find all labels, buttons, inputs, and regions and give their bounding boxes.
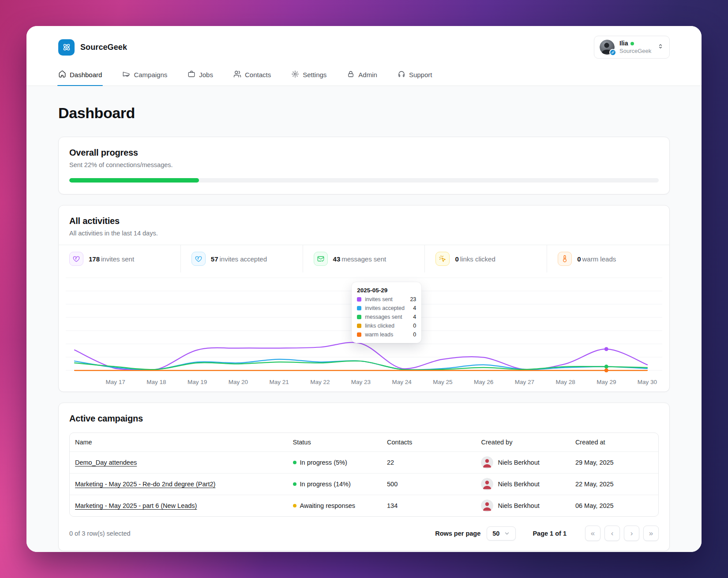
active-campaigns-card: Active campaigns NameStatusContactsCreat… bbox=[58, 403, 670, 551]
overall-progress-title: Overall progress bbox=[69, 148, 659, 158]
heart-handshake-icon bbox=[69, 252, 83, 266]
created-at-cell: 22 May, 2025 bbox=[570, 476, 658, 492]
nav-item-jobs[interactable]: Jobs bbox=[188, 70, 213, 86]
prev-page-button[interactable]: ‹ bbox=[604, 526, 620, 541]
thermometer-icon bbox=[558, 252, 572, 266]
nav-item-settings[interactable]: Settings bbox=[291, 70, 326, 86]
rows-per-page-label: Rows per page bbox=[435, 530, 480, 537]
nav-item-campaigns[interactable]: Campaigns bbox=[122, 70, 167, 86]
page-content: Dashboard Overall progress Sent 22% of c… bbox=[26, 86, 702, 552]
svg-text:May 27: May 27 bbox=[515, 379, 534, 385]
page-indicator: Page 1 of 1 bbox=[533, 530, 567, 537]
stat-text: 43messages sent bbox=[333, 255, 387, 263]
lock-icon bbox=[347, 70, 355, 79]
last-page-button[interactable]: » bbox=[643, 526, 659, 541]
home-icon bbox=[58, 70, 66, 79]
status-cell: In progress (5%) bbox=[288, 455, 382, 470]
app-header: SourceGeek bbox=[26, 26, 702, 86]
headset-icon bbox=[398, 70, 405, 79]
user-menu[interactable]: Ilia SourceGeek bbox=[594, 36, 670, 59]
status-dot bbox=[293, 461, 296, 464]
column-header-status: Status bbox=[288, 433, 382, 451]
users-icon bbox=[233, 70, 241, 79]
first-page-button[interactable]: « bbox=[585, 526, 600, 541]
creator-avatar bbox=[481, 500, 493, 512]
user-org: SourceGeek bbox=[619, 48, 651, 55]
stat-invites-accepted: 57invites accepted bbox=[181, 245, 303, 272]
stat-messages-sent: 43messages sent bbox=[303, 245, 425, 272]
svg-text:May 29: May 29 bbox=[597, 379, 616, 385]
table-row[interactable]: Marketing - May 2025 - Re-do 2nd degree … bbox=[70, 474, 658, 495]
status-cell: In progress (14%) bbox=[288, 476, 382, 492]
nav-item-admin[interactable]: Admin bbox=[347, 70, 377, 86]
sourcegeek-logo-icon bbox=[58, 39, 75, 56]
nav-item-label: Admin bbox=[358, 71, 377, 78]
campaign-link[interactable]: Marketing - May 2025 - part 6 (New Leads… bbox=[75, 502, 197, 509]
tooltip-row: invites sent23 bbox=[357, 296, 416, 302]
contacts-cell: 22 bbox=[382, 455, 476, 470]
user-avatar bbox=[600, 40, 615, 55]
nav-item-label: Support bbox=[409, 71, 432, 78]
nav-item-dashboard[interactable]: Dashboard bbox=[58, 70, 102, 86]
svg-text:May 26: May 26 bbox=[474, 379, 493, 385]
status-cell: Awaiting responses bbox=[288, 498, 382, 514]
svg-text:May 22: May 22 bbox=[310, 379, 330, 385]
svg-text:May 20: May 20 bbox=[229, 379, 248, 385]
activity-chart[interactable]: May 17May 18May 19May 20May 21May 22May … bbox=[59, 272, 669, 392]
online-status-dot bbox=[630, 42, 634, 45]
rows-per-page-select[interactable]: 50 bbox=[487, 526, 516, 541]
rows-per-page-value: 50 bbox=[492, 530, 499, 537]
svg-text:May 19: May 19 bbox=[188, 379, 207, 385]
created-at-cell: 06 May, 2025 bbox=[570, 498, 658, 514]
overall-progress-card: Overall progress Sent 22% of connections… bbox=[58, 137, 670, 194]
table-header-row: NameStatusContactsCreated byCreated at bbox=[70, 433, 658, 452]
campaigns-table: NameStatusContactsCreated byCreated atDe… bbox=[69, 433, 659, 517]
campaign-link[interactable]: Demo_Day attendees bbox=[75, 459, 137, 466]
chart-tooltip: 2025-05-29 invites sent23invites accepte… bbox=[352, 282, 421, 343]
pagination-controls: «‹›» bbox=[585, 526, 659, 541]
created-by-cell: Niels Berkhout bbox=[476, 474, 570, 495]
svg-text:May 30: May 30 bbox=[638, 379, 657, 385]
status-dot bbox=[293, 482, 296, 486]
stat-text: 0links clicked bbox=[455, 255, 495, 263]
stat-text: 57invites accepted bbox=[211, 255, 267, 263]
main-nav: DashboardCampaignsJobsContactsSettingsAd… bbox=[58, 70, 670, 86]
tooltip-date: 2025-05-29 bbox=[357, 287, 416, 294]
svg-text:May 17: May 17 bbox=[106, 379, 125, 385]
all-activities-card: All activities All activities in the las… bbox=[58, 205, 670, 392]
svg-text:May 23: May 23 bbox=[351, 379, 371, 385]
tooltip-row: messages sent4 bbox=[357, 314, 416, 320]
table-row[interactable]: Demo_Day attendeesIn progress (5%)22Niel… bbox=[70, 452, 658, 474]
nav-item-support[interactable]: Support bbox=[398, 70, 432, 86]
next-page-button[interactable]: › bbox=[624, 526, 639, 541]
page-title: Dashboard bbox=[58, 104, 670, 122]
activity-stats-row: 178invites sent57invites accepted43messa… bbox=[59, 245, 669, 272]
tooltip-row: invites accepted4 bbox=[357, 305, 416, 311]
campaign-link[interactable]: Marketing - May 2025 - Re-do 2nd degree … bbox=[75, 481, 215, 488]
all-activities-title: All activities bbox=[69, 216, 659, 226]
brand-name: SourceGeek bbox=[80, 43, 127, 52]
stat-invites-sent: 178invites sent bbox=[59, 245, 181, 272]
svg-text:May 25: May 25 bbox=[433, 379, 452, 385]
progress-bar bbox=[69, 178, 659, 183]
nav-item-label: Contacts bbox=[245, 71, 271, 78]
stat-links-clicked: 0links clicked bbox=[425, 245, 547, 272]
all-activities-subtitle: All activities in the last 14 days. bbox=[69, 230, 659, 237]
nav-item-contacts[interactable]: Contacts bbox=[233, 70, 271, 86]
mail-check-icon bbox=[314, 252, 328, 266]
briefcase-icon bbox=[188, 70, 195, 79]
chevron-down-icon bbox=[504, 530, 510, 537]
creator-avatar bbox=[481, 478, 493, 490]
stat-text: 0warm leads bbox=[577, 255, 616, 263]
tooltip-row: warm leads0 bbox=[357, 332, 416, 338]
nav-item-label: Dashboard bbox=[70, 71, 102, 78]
table-row[interactable]: Marketing - May 2025 - part 6 (New Leads… bbox=[70, 495, 658, 516]
gear-icon bbox=[291, 70, 299, 79]
brand[interactable]: SourceGeek bbox=[58, 39, 127, 56]
column-header-created-by: Created by bbox=[476, 433, 570, 451]
nav-item-label: Jobs bbox=[199, 71, 213, 78]
progress-bar-fill bbox=[69, 178, 199, 183]
svg-text:May 21: May 21 bbox=[269, 379, 289, 385]
nav-item-label: Campaigns bbox=[134, 71, 167, 78]
tooltip-row: links clicked0 bbox=[357, 323, 416, 329]
